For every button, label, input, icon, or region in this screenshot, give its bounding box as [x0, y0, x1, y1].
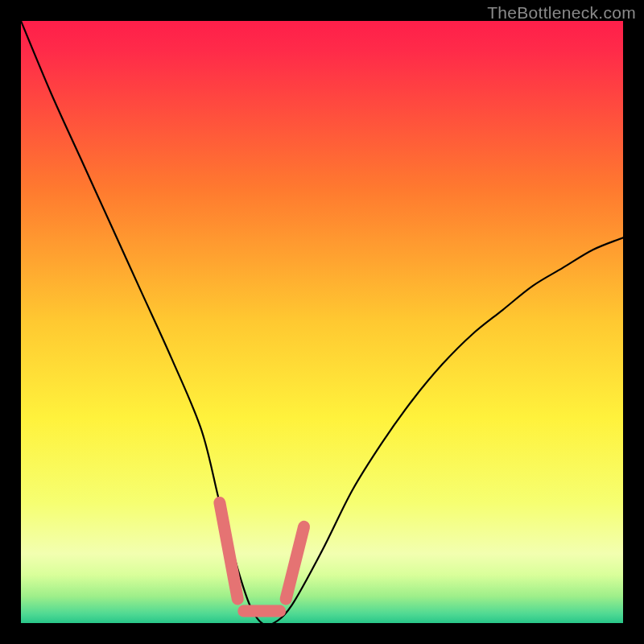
watermark-text: TheBottleneck.com — [487, 3, 636, 23]
chart-frame: TheBottleneck.com — [0, 0, 644, 644]
chart-plot-area — [21, 21, 623, 623]
chart-svg — [21, 21, 623, 623]
gradient-background — [21, 21, 623, 623]
